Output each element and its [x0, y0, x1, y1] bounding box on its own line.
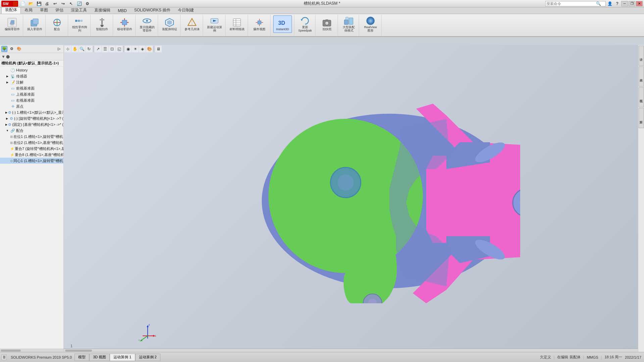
tree-item-notes[interactable]: ▶ 📝 注解 [0, 79, 63, 85]
tab-direct[interactable]: 直接编辑 [91, 6, 114, 14]
tree-item-origin[interactable]: ✛ 原点 [0, 103, 63, 109]
assemble-btn[interactable]: 配合 [48, 15, 66, 33]
tree-item-top-plane[interactable]: ▭ 上视基准面 [0, 91, 63, 97]
tree-item-part1[interactable]: ▶ ⚙ (-) 1.槽轮<1>(默认<<默认>_显示... [0, 109, 63, 115]
vp-light-btn[interactable]: ☀ [132, 46, 139, 52]
smart-fastener-btn[interactable]: 智能扣件 [93, 15, 111, 33]
panel-tab-display[interactable]: 🎨 [16, 46, 22, 52]
tab-mbd[interactable]: MBD [114, 7, 131, 14]
tree-item-part2[interactable]: ▶ ⚙ (-) [旋转臂^槽轮机构]<1> ->? ( [0, 115, 63, 121]
statusbar-menu-btn[interactable]: ☰ [1, 355, 7, 360]
tab-layout[interactable]: 布局 [21, 6, 36, 14]
open-btn[interactable]: 📂 [28, 0, 34, 7]
vp-filter-btn[interactable]: ☰ [102, 46, 108, 52]
vp-display-btn[interactable]: ◱ [116, 46, 122, 52]
svg-marker-2 [13, 1, 17, 6]
vp-screen-btn[interactable]: 🖥 [155, 46, 162, 52]
titlebar-left: SW 📄 📂 💾 🖨 ↩ ↪ ↖ 🔄 ⚙ [0, 0, 91, 7]
vp-section-btn[interactable]: ⊡ [109, 46, 115, 52]
tree-item-right-plane[interactable]: ▭ 右视基准面 [0, 97, 63, 103]
vp-appear-btn[interactable]: 🎨 [146, 46, 153, 52]
rebuild-btn[interactable]: 🔄 [76, 0, 83, 7]
filter-icon[interactable]: ▼ [1, 54, 5, 59]
tab-tools[interactable]: 渲染工具 [67, 6, 91, 14]
vp-zoom-btn[interactable]: 🔍 [79, 46, 85, 52]
panel-hscroll[interactable] [0, 349, 63, 352]
right-plane-label: 右视基准面 [16, 98, 35, 103]
history-expand [5, 68, 9, 72]
explode-btn[interactable]: 爆炸视图 [251, 15, 268, 33]
tree-item-mate3[interactable]: ⚡ 重合7 (旋转臂^槽轮机构<1>,基... [0, 146, 63, 152]
close-btn[interactable]: ✕ [636, 1, 643, 6]
panel-tab-properties[interactable]: ⚙ [9, 46, 15, 52]
sensors-icon: 📡 [10, 73, 15, 79]
vp-rotate-btn[interactable]: ↻ [86, 46, 92, 52]
h-scrollbar[interactable] [64, 349, 638, 352]
instant3d-btn[interactable]: 3D Instant3D [273, 15, 292, 33]
panel-tab-tree[interactable]: 🌳 [1, 46, 7, 52]
vp-pan-btn[interactable]: ✋ [71, 46, 78, 52]
user-btn[interactable]: 👤 [606, 0, 613, 7]
status-sep1: | [554, 355, 555, 359]
restore-btn[interactable]: ❐ [629, 1, 635, 6]
tab-motion2[interactable]: 运动算例 2 [135, 354, 160, 361]
redo-btn[interactable]: ↪ [60, 0, 66, 7]
vp-orient-btn[interactable]: ⊹ [64, 46, 71, 52]
new-motion-btn[interactable]: 新建运动算例 [206, 15, 223, 33]
svg-text:X: X [154, 334, 156, 338]
notes-expand: ▶ [5, 80, 9, 84]
insert-part-btn[interactable]: 插入零部件 [26, 15, 43, 33]
instant3d-label: Instant3D [276, 28, 289, 31]
new-btn[interactable]: 📄 [19, 0, 26, 7]
rp-appearance-btn[interactable]: 外观 [639, 66, 644, 87]
search-box[interactable]: 🔍 [545, 1, 606, 6]
tree-item-mate1[interactable]: ⊞ 在位1 (1.槽轮<1>,旋转臂^槽机... [0, 134, 63, 140]
tab-evaluate[interactable]: 评估 [52, 6, 67, 14]
move-part-btn[interactable]: 移动零部件 [116, 15, 133, 33]
tree-item-mate2[interactable]: ⊞ 在位2 (1.槽轮<1>,基座^槽轮机... [0, 140, 63, 146]
svg-marker-15 [100, 25, 104, 27]
minimize-btn[interactable]: ─ [621, 1, 628, 6]
tree-item-sensors[interactable]: ▶ 📡 传感器 [0, 73, 63, 79]
sensors-expand: ▶ [5, 74, 9, 78]
tab-today[interactable]: 今日制建 [174, 6, 198, 14]
realview-btn[interactable]: RealView 图形 [362, 15, 379, 33]
vp-hide-btn[interactable]: ◉ [125, 46, 132, 52]
snapshot-icon [321, 17, 332, 28]
options-btn[interactable]: ⚙ [84, 0, 91, 7]
vp-select-btn[interactable]: ↗ [95, 46, 101, 52]
tab-sketch[interactable]: 草图 [36, 6, 52, 14]
rp-view-btn[interactable]: 视图 [639, 87, 644, 107]
search-input[interactable] [546, 2, 596, 6]
tab-sw-plugin[interactable]: SOLIDWORKS 插件 [131, 6, 175, 14]
save-btn[interactable]: 💾 [36, 0, 42, 7]
linear-pattern-btn[interactable]: 线性零件阵列 [71, 15, 88, 33]
tree-item-mate4[interactable]: ⚡ 重合8 (1.槽轮<1>,基座^槽轮机... [0, 152, 63, 158]
tree-item-front-plane[interactable]: ▭ 前视基准面 [0, 85, 63, 91]
tree-item-mates[interactable]: ▼ 🔗 配合 [0, 127, 63, 134]
part1-expand: ▶ [5, 110, 7, 114]
bom-btn[interactable]: 材料明细表 [228, 15, 246, 33]
3d-pointer-btn[interactable]: ↖ [68, 0, 75, 7]
ribbon-group-update: 更新 Speedpak [295, 15, 315, 36]
assembly-canvas [218, 102, 520, 303]
update-btn[interactable]: 更新 Speedpak [297, 15, 313, 33]
tab-3d-view[interactable]: 3D 视图 [89, 354, 110, 361]
rp-note-btn[interactable]: 注解 [639, 108, 644, 128]
print-btn[interactable]: 🖨 [44, 0, 50, 7]
show-hidden-btn[interactable]: 显示隐藏的零部件 [138, 15, 156, 33]
vp-scene-btn[interactable]: ◈ [139, 46, 146, 52]
ref-geo-btn[interactable]: 参考几何体 [183, 15, 201, 33]
tab-motion1[interactable]: 运动算例 1 [110, 354, 135, 361]
tab-model[interactable]: 模型 [75, 354, 89, 361]
edit-part-btn[interactable]: 编辑零部件 [3, 15, 21, 33]
tree-item-mate5[interactable]: ⊙ 同心1 (1.槽轮<1>,旋转臂^槽机... [0, 158, 63, 164]
large-assembly-btn[interactable]: 大型装配体模式 [341, 15, 357, 33]
panel-tab-expand[interactable]: ▷ [56, 46, 62, 52]
help-btn[interactable]: ? [614, 0, 621, 7]
undo-btn[interactable]: ↩ [52, 0, 58, 7]
tree-item-part3[interactable]: ▶ ⚙ (固定) [基座^槽轮机构]<1> ->* ( [0, 121, 63, 127]
assembly-feature-btn[interactable]: 装配体特征 [161, 15, 178, 33]
snapshot-btn[interactable]: 拍快照 [318, 15, 336, 33]
tree-item-history[interactable]: 🕐 History [0, 67, 63, 73]
